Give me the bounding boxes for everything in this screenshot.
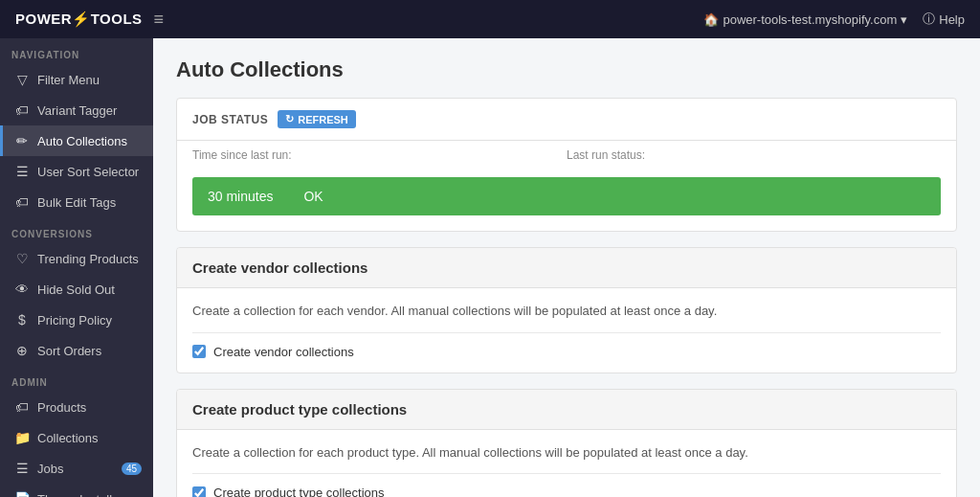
job-status-meta: Time since last run: Last run status:: [177, 141, 956, 173]
product-type-section-body: Create a collection for each product typ…: [177, 430, 956, 498]
bulk-edit-icon: 🏷: [14, 194, 30, 210]
sidebar-item-trending-products[interactable]: ♡ Trending Products: [0, 243, 153, 274]
pricing-icon: $: [14, 312, 30, 328]
topbar-left: POWER⚡TOOLS ≡: [15, 10, 164, 30]
main-content: Auto Collections JOB STATUS ↻ REFRESH Ti…: [153, 38, 980, 497]
page-title: Auto Collections: [176, 57, 957, 82]
home-icon: 🏠: [703, 12, 719, 27]
product-type-section-divider: [192, 473, 941, 474]
product-type-section-desc: Create a collection for each product typ…: [192, 443, 941, 463]
vendor-section-body: Create a collection for each vendor. All…: [177, 288, 956, 373]
logo-text: POWER⚡TOOLS: [15, 11, 143, 28]
products-icon: 🏷: [14, 399, 30, 415]
sidebar-item-hide-sold-out[interactable]: 👁 Hide Sold Out: [0, 274, 153, 305]
status-bar-row: 30 minutes OK: [177, 173, 956, 231]
product-type-section-header: Create product type collections: [177, 390, 956, 430]
vendor-checkbox[interactable]: [192, 345, 206, 358]
time-since-col: Time since last run:: [192, 148, 567, 166]
job-status-card: JOB STATUS ↻ REFRESH Time since last run…: [176, 98, 957, 232]
nav-section-label: NAVIGATION: [0, 38, 153, 64]
product-type-section-title: Create product type collections: [192, 401, 407, 418]
sidebar-item-products[interactable]: 🏷 Products: [0, 392, 153, 422]
refresh-label: REFRESH: [298, 114, 348, 125]
job-status-header: JOB STATUS ↻ REFRESH: [177, 99, 956, 141]
product-type-checkbox-row: Create product type collections: [192, 486, 941, 497]
vendor-checkbox-label: Create vendor collections: [213, 345, 354, 359]
sidebar-item-label: Jobs: [37, 462, 63, 476]
variant-tagger-icon: 🏷: [14, 102, 30, 118]
vendor-section-header: Create vendor collections: [177, 248, 956, 288]
help-link[interactable]: ⓘ Help: [923, 11, 965, 28]
filter-menu-icon: ▽: [14, 72, 30, 87]
vendor-section-divider: [192, 332, 941, 333]
sidebar-item-label: Theme Installer: [37, 492, 123, 498]
sidebar-item-label: Variant Tagger: [37, 103, 117, 118]
admin-section-label: ADMIN: [0, 366, 153, 392]
jobs-icon: ☰: [14, 461, 30, 476]
refresh-button[interactable]: ↻ REFRESH: [278, 110, 356, 128]
trending-icon: ♡: [14, 251, 30, 266]
job-status-label: JOB STATUS: [192, 113, 268, 126]
sidebar-item-label: Auto Collections: [37, 134, 127, 148]
logo: POWER⚡TOOLS: [15, 11, 143, 28]
topbar: POWER⚡TOOLS ≡ 🏠 power-tools-test.myshopi…: [0, 0, 980, 38]
vendor-collections-card: Create vendor collections Create a colle…: [176, 247, 957, 373]
product-type-checkbox[interactable]: [192, 486, 206, 498]
hide-sold-out-icon: 👁: [14, 282, 30, 297]
vendor-checkbox-row: Create vendor collections: [192, 345, 941, 359]
sidebar-item-label: Trending Products: [37, 252, 139, 266]
sidebar-item-label: Collections: [37, 431, 99, 445]
store-name: power-tools-test.myshopify.com: [723, 12, 897, 27]
store-chevron-icon: ▾: [901, 12, 907, 27]
hamburger-icon[interactable]: ≡: [154, 10, 165, 30]
sidebar-item-label: Bulk Edit Tags: [37, 195, 116, 210]
sidebar-item-label: Filter Menu: [37, 73, 100, 87]
vendor-section-title: Create vendor collections: [192, 260, 368, 276]
status-bar: 30 minutes OK: [192, 177, 941, 215]
refresh-icon: ↻: [285, 113, 294, 125]
sort-orders-icon: ⊕: [14, 343, 30, 358]
sidebar-item-user-sort-selector[interactable]: ☰ User Sort Selector: [0, 156, 153, 187]
layout: NAVIGATION ▽ Filter Menu 🏷 Variant Tagge…: [0, 38, 980, 497]
topbar-right: 🏠 power-tools-test.myshopify.com ▾ ⓘ Hel…: [703, 11, 965, 28]
sidebar-item-collections[interactable]: 📁 Collections: [0, 422, 153, 453]
sidebar-item-theme-installer[interactable]: 📄 Theme Installer: [0, 484, 153, 497]
sidebar-item-label: Pricing Policy: [37, 313, 112, 328]
sidebar-item-bulk-edit-tags[interactable]: 🏷 Bulk Edit Tags: [0, 187, 153, 217]
help-icon: ⓘ: [923, 11, 935, 28]
last-run-label: Last run status:: [567, 148, 941, 162]
last-run-col: Last run status:: [567, 148, 941, 166]
sidebar-item-label: User Sort Selector: [37, 165, 139, 179]
store-link[interactable]: 🏠 power-tools-test.myshopify.com ▾: [703, 12, 907, 27]
conversions-section-label: CONVERSIONS: [0, 217, 153, 243]
sidebar: NAVIGATION ▽ Filter Menu 🏷 Variant Tagge…: [0, 38, 153, 497]
help-label: Help: [939, 12, 965, 27]
product-type-collections-card: Create product type collections Create a…: [176, 389, 957, 498]
status-time-value: 30 minutes: [208, 189, 273, 204]
sidebar-item-filter-menu[interactable]: ▽ Filter Menu: [0, 64, 153, 95]
logo-bolt: ⚡: [72, 11, 91, 27]
jobs-badge: 45: [122, 463, 142, 475]
user-sort-icon: ☰: [14, 164, 30, 179]
sidebar-item-pricing-policy[interactable]: $ Pricing Policy: [0, 305, 153, 335]
auto-collections-icon: ✏: [14, 133, 30, 148]
sidebar-item-label: Hide Sold Out: [37, 282, 115, 297]
product-type-checkbox-label: Create product type collections: [213, 486, 384, 497]
sidebar-item-label: Sort Orders: [37, 344, 101, 358]
collections-icon: 📁: [14, 430, 30, 445]
time-since-label: Time since last run:: [192, 148, 567, 162]
status-ok-value: OK: [303, 189, 323, 204]
theme-installer-icon: 📄: [14, 491, 30, 497]
sidebar-item-sort-orders[interactable]: ⊕ Sort Orders: [0, 335, 153, 366]
vendor-section-desc: Create a collection for each vendor. All…: [192, 302, 941, 321]
sidebar-item-variant-tagger[interactable]: 🏷 Variant Tagger: [0, 95, 153, 125]
sidebar-item-jobs[interactable]: ☰ Jobs 45: [0, 453, 153, 484]
sidebar-item-auto-collections[interactable]: ✏ Auto Collections: [0, 125, 153, 156]
sidebar-item-label: Products: [37, 400, 86, 415]
